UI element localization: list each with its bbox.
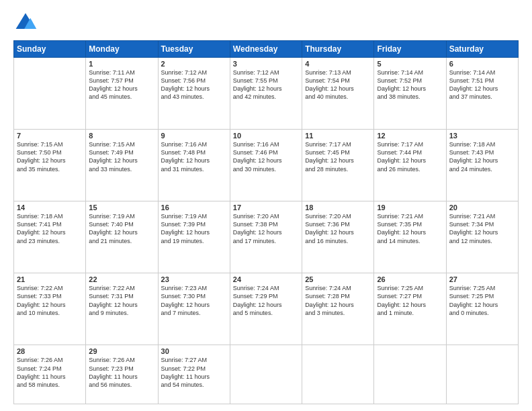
day-number: 23 xyxy=(161,275,227,283)
day-info: Sunrise: 7:19 AM Sunset: 7:39 PM Dayligh… xyxy=(161,212,227,245)
day-info: Sunrise: 7:25 AM Sunset: 7:27 PM Dayligh… xyxy=(377,284,443,317)
calendar: Sunday Monday Tuesday Wednesday Thursday… xyxy=(13,40,519,404)
day-number: 24 xyxy=(233,275,299,283)
table-row: 2Sunrise: 7:12 AM Sunset: 7:56 PM Daylig… xyxy=(158,58,230,130)
table-row: 30Sunrise: 7:27 AM Sunset: 7:22 PM Dayli… xyxy=(158,345,230,404)
day-info: Sunrise: 7:19 AM Sunset: 7:40 PM Dayligh… xyxy=(89,212,154,245)
day-number: 11 xyxy=(305,132,371,140)
col-sunday: Sunday xyxy=(14,41,86,58)
table-row xyxy=(302,345,374,404)
table-row: 23Sunrise: 7:23 AM Sunset: 7:30 PM Dayli… xyxy=(158,273,230,345)
day-number: 5 xyxy=(377,60,443,68)
day-info: Sunrise: 7:16 AM Sunset: 7:46 PM Dayligh… xyxy=(233,140,299,173)
day-number: 3 xyxy=(233,60,299,68)
day-number: 9 xyxy=(161,132,227,140)
day-number: 10 xyxy=(233,132,299,140)
day-info: Sunrise: 7:20 AM Sunset: 7:38 PM Dayligh… xyxy=(233,212,299,245)
table-row: 10Sunrise: 7:16 AM Sunset: 7:46 PM Dayli… xyxy=(230,130,302,201)
day-number: 18 xyxy=(305,203,371,212)
table-row: 21Sunrise: 7:22 AM Sunset: 7:33 PM Dayli… xyxy=(14,273,86,345)
col-saturday: Saturday xyxy=(446,41,518,58)
day-number: 7 xyxy=(17,132,83,140)
day-number: 14 xyxy=(17,203,83,212)
day-number: 26 xyxy=(377,275,443,283)
day-number: 29 xyxy=(89,347,154,355)
day-number: 22 xyxy=(89,275,154,283)
day-info: Sunrise: 7:26 AM Sunset: 7:24 PM Dayligh… xyxy=(17,356,83,389)
table-row: 6Sunrise: 7:14 AM Sunset: 7:51 PM Daylig… xyxy=(446,58,518,130)
table-row: 8Sunrise: 7:15 AM Sunset: 7:49 PM Daylig… xyxy=(86,130,158,201)
day-number: 16 xyxy=(161,203,227,212)
table-row: 17Sunrise: 7:20 AM Sunset: 7:38 PM Dayli… xyxy=(230,201,302,273)
day-number: 1 xyxy=(89,60,154,68)
day-info: Sunrise: 7:15 AM Sunset: 7:50 PM Dayligh… xyxy=(17,140,83,173)
day-info: Sunrise: 7:24 AM Sunset: 7:28 PM Dayligh… xyxy=(305,284,371,317)
day-number: 15 xyxy=(89,203,154,212)
day-info: Sunrise: 7:12 AM Sunset: 7:55 PM Dayligh… xyxy=(233,68,299,101)
day-number: 4 xyxy=(305,60,371,68)
day-number: 17 xyxy=(233,203,299,212)
day-number: 2 xyxy=(161,60,227,68)
col-wednesday: Wednesday xyxy=(230,41,302,58)
table-row xyxy=(230,345,302,404)
calendar-body: 1Sunrise: 7:11 AM Sunset: 7:57 PM Daylig… xyxy=(14,58,519,404)
table-row: 25Sunrise: 7:24 AM Sunset: 7:28 PM Dayli… xyxy=(302,273,374,345)
col-thursday: Thursday xyxy=(302,41,374,58)
day-number: 6 xyxy=(449,60,515,68)
day-info: Sunrise: 7:17 AM Sunset: 7:44 PM Dayligh… xyxy=(377,140,443,173)
calendar-row: 7Sunrise: 7:15 AM Sunset: 7:50 PM Daylig… xyxy=(14,130,519,201)
col-monday: Monday xyxy=(86,41,158,58)
table-row: 22Sunrise: 7:22 AM Sunset: 7:31 PM Dayli… xyxy=(86,273,158,345)
table-row: 18Sunrise: 7:20 AM Sunset: 7:36 PM Dayli… xyxy=(302,201,374,273)
logo xyxy=(13,11,40,35)
day-info: Sunrise: 7:13 AM Sunset: 7:54 PM Dayligh… xyxy=(305,68,371,101)
table-row: 13Sunrise: 7:18 AM Sunset: 7:43 PM Dayli… xyxy=(446,130,518,201)
table-row xyxy=(374,345,446,404)
table-row: 3Sunrise: 7:12 AM Sunset: 7:55 PM Daylig… xyxy=(230,58,302,130)
calendar-header: Sunday Monday Tuesday Wednesday Thursday… xyxy=(14,41,519,58)
table-row: 4Sunrise: 7:13 AM Sunset: 7:54 PM Daylig… xyxy=(302,58,374,130)
day-number: 28 xyxy=(17,347,83,355)
calendar-row: 21Sunrise: 7:22 AM Sunset: 7:33 PM Dayli… xyxy=(14,273,519,345)
table-row: 29Sunrise: 7:26 AM Sunset: 7:23 PM Dayli… xyxy=(86,345,158,404)
table-row: 12Sunrise: 7:17 AM Sunset: 7:44 PM Dayli… xyxy=(374,130,446,201)
day-header-row: Sunday Monday Tuesday Wednesday Thursday… xyxy=(14,41,519,58)
day-info: Sunrise: 7:16 AM Sunset: 7:48 PM Dayligh… xyxy=(161,140,227,173)
day-info: Sunrise: 7:24 AM Sunset: 7:29 PM Dayligh… xyxy=(233,284,299,317)
day-info: Sunrise: 7:15 AM Sunset: 7:49 PM Dayligh… xyxy=(89,140,154,173)
day-info: Sunrise: 7:23 AM Sunset: 7:30 PM Dayligh… xyxy=(161,284,227,317)
day-info: Sunrise: 7:14 AM Sunset: 7:51 PM Dayligh… xyxy=(449,68,515,101)
table-row xyxy=(446,345,518,404)
table-row: 27Sunrise: 7:25 AM Sunset: 7:25 PM Dayli… xyxy=(446,273,518,345)
col-friday: Friday xyxy=(374,41,446,58)
table-row: 19Sunrise: 7:21 AM Sunset: 7:35 PM Dayli… xyxy=(374,201,446,273)
day-number: 13 xyxy=(449,132,515,140)
day-number: 12 xyxy=(377,132,443,140)
logo-icon xyxy=(13,11,38,35)
table-row: 20Sunrise: 7:21 AM Sunset: 7:34 PM Dayli… xyxy=(446,201,518,273)
day-number: 25 xyxy=(305,275,371,283)
day-number: 30 xyxy=(161,347,227,355)
day-info: Sunrise: 7:12 AM Sunset: 7:56 PM Dayligh… xyxy=(161,68,227,101)
table-row: 1Sunrise: 7:11 AM Sunset: 7:57 PM Daylig… xyxy=(86,58,158,130)
day-number: 27 xyxy=(449,275,515,283)
day-number: 19 xyxy=(377,203,443,212)
day-info: Sunrise: 7:21 AM Sunset: 7:34 PM Dayligh… xyxy=(449,212,515,245)
table-row: 15Sunrise: 7:19 AM Sunset: 7:40 PM Dayli… xyxy=(86,201,158,273)
day-info: Sunrise: 7:21 AM Sunset: 7:35 PM Dayligh… xyxy=(377,212,443,245)
calendar-row: 1Sunrise: 7:11 AM Sunset: 7:57 PM Daylig… xyxy=(14,58,519,130)
calendar-row: 28Sunrise: 7:26 AM Sunset: 7:24 PM Dayli… xyxy=(14,345,519,404)
day-info: Sunrise: 7:20 AM Sunset: 7:36 PM Dayligh… xyxy=(305,212,371,245)
calendar-row: 14Sunrise: 7:18 AM Sunset: 7:41 PM Dayli… xyxy=(14,201,519,273)
table-row: 16Sunrise: 7:19 AM Sunset: 7:39 PM Dayli… xyxy=(158,201,230,273)
day-info: Sunrise: 7:26 AM Sunset: 7:23 PM Dayligh… xyxy=(89,356,154,389)
day-info: Sunrise: 7:27 AM Sunset: 7:22 PM Dayligh… xyxy=(161,356,227,389)
table-row: 14Sunrise: 7:18 AM Sunset: 7:41 PM Dayli… xyxy=(14,201,86,273)
day-info: Sunrise: 7:18 AM Sunset: 7:43 PM Dayligh… xyxy=(449,140,515,173)
table-row: 28Sunrise: 7:26 AM Sunset: 7:24 PM Dayli… xyxy=(14,345,86,404)
day-info: Sunrise: 7:25 AM Sunset: 7:25 PM Dayligh… xyxy=(449,284,515,317)
table-row: 26Sunrise: 7:25 AM Sunset: 7:27 PM Dayli… xyxy=(374,273,446,345)
col-tuesday: Tuesday xyxy=(158,41,230,58)
day-info: Sunrise: 7:22 AM Sunset: 7:31 PM Dayligh… xyxy=(89,284,154,317)
day-info: Sunrise: 7:14 AM Sunset: 7:52 PM Dayligh… xyxy=(377,68,443,101)
